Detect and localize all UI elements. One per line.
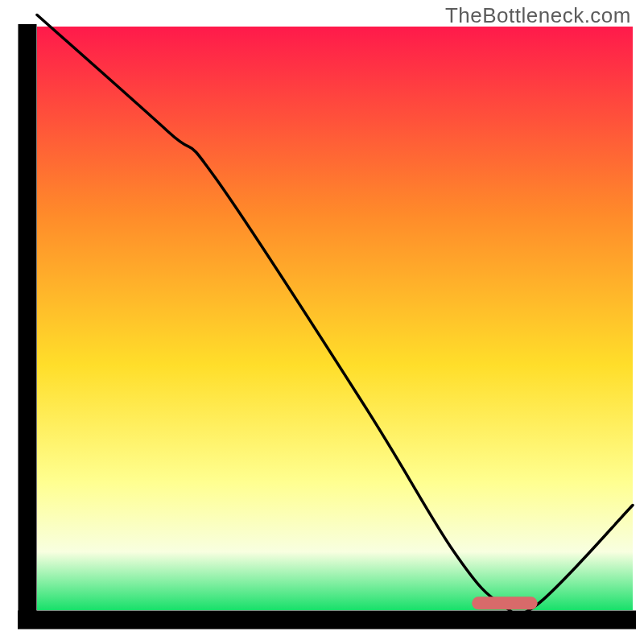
watermark-text: TheBottleneck.com xyxy=(445,3,631,28)
optimal-range-marker xyxy=(472,597,537,609)
chart-svg xyxy=(0,0,644,644)
gradient-background xyxy=(37,27,633,610)
chart-frame: TheBottleneck.com xyxy=(0,0,644,644)
